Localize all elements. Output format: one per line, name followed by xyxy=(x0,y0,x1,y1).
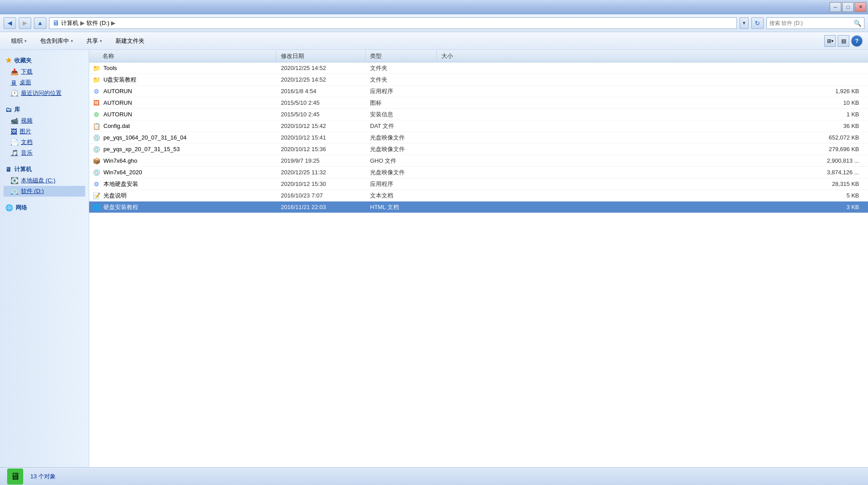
table-row[interactable]: 💿 pe_yqs_xp_20_07_31_15_53 2020/10/12 15… xyxy=(89,144,868,155)
breadcrumb-computer[interactable]: 计算机 xyxy=(61,19,78,27)
network-label: 网络 xyxy=(16,204,27,212)
sidebar-item-downloads[interactable]: 📥 下载 xyxy=(4,66,85,77)
file-size-cell: 652,072 KB xyxy=(437,134,868,141)
include-button[interactable]: 包含到库中 ▾ xyxy=(34,34,79,48)
computer-label: 计算机 xyxy=(14,165,32,173)
layout-button[interactable]: ▤ xyxy=(838,35,849,47)
sidebar-item-recent[interactable]: 🕐 最近访问的位置 xyxy=(4,88,85,99)
table-row[interactable]: 💿 pe_yqs_1064_20_07_31_16_04 2020/10/12 … xyxy=(89,132,868,144)
sidebar-group-computer[interactable]: 🖥 计算机 xyxy=(4,164,85,175)
video-label: 视频 xyxy=(21,117,33,125)
file-icon: 🖼 xyxy=(92,99,101,107)
file-name: AUTORUN xyxy=(103,99,132,106)
file-name: AUTORUN xyxy=(103,88,132,95)
table-row[interactable]: 📁 U盘安装教程 2020/12/25 14:52 文件夹 xyxy=(89,74,868,86)
file-date-cell: 2016/10/23 7:07 xyxy=(276,192,366,199)
close-button[interactable]: ✕ xyxy=(855,2,866,12)
file-size-cell: 1 KB xyxy=(437,111,868,118)
refresh-button[interactable]: ↻ xyxy=(751,17,764,29)
table-row[interactable]: 📦 Win7x64.gho 2019/9/7 19:25 GHO 文件 2,90… xyxy=(89,155,868,167)
sidebar-group-network[interactable]: 🌐 网络 xyxy=(4,202,85,214)
maximize-button[interactable]: □ xyxy=(842,2,854,12)
organize-button[interactable]: 组织 ▾ xyxy=(5,34,33,48)
file-date-cell: 2015/5/10 2:45 xyxy=(276,99,366,106)
sidebar-item-documents[interactable]: 📄 文档 xyxy=(4,137,85,148)
file-icon: ⚙ xyxy=(92,87,101,96)
documents-icon: 📄 xyxy=(11,139,18,146)
up-button[interactable]: ▲ xyxy=(34,17,46,29)
sidebar-item-pictures[interactable]: 🖼 图片 xyxy=(4,126,85,137)
file-icon: 💿 xyxy=(92,168,101,177)
minimize-button[interactable]: ─ xyxy=(830,2,841,12)
table-row[interactable]: 🌐 硬盘安装教程 2016/11/21 22:03 HTML 文档 3 KB xyxy=(89,201,868,213)
view-button[interactable]: ⊞ ▾ xyxy=(824,35,836,47)
file-name: pe_yqs_xp_20_07_31_15_53 xyxy=(103,146,180,152)
table-row[interactable]: 📁 Tools 2020/12/25 14:52 文件夹 xyxy=(89,62,868,74)
file-name-cell: ⚙ 本地硬盘安装 xyxy=(89,180,276,189)
file-name: 硬盘安装教程 xyxy=(103,203,138,211)
address-bar: ◀ ▶ ▲ 🖥 计算机 ▶ 软件 (D:) ▶ ▼ ↻ 🔍 xyxy=(0,14,868,32)
file-date-cell: 2015/5/10 2:45 xyxy=(276,111,366,118)
new-folder-button[interactable]: 新建文件夹 xyxy=(110,34,150,48)
file-icon: 📁 xyxy=(92,64,101,73)
forward-button[interactable]: ▶ xyxy=(19,17,31,29)
computer-icon: 🖥 xyxy=(5,166,12,173)
file-icon: 🌐 xyxy=(92,203,101,212)
file-list: 📁 Tools 2020/12/25 14:52 文件夹 📁 U盘安装教程 20… xyxy=(89,62,868,467)
sidebar-group-library[interactable]: 🗂 库 xyxy=(4,104,85,115)
file-size-cell: 36 KB xyxy=(437,123,868,129)
sidebar-group-favorites[interactable]: ★ 收藏夹 xyxy=(4,54,85,66)
sidebar-item-music[interactable]: 🎵 音乐 xyxy=(4,148,85,158)
file-icon: ⚙ xyxy=(92,180,101,189)
back-button[interactable]: ◀ xyxy=(4,17,16,29)
status-icon-image: 🖥 xyxy=(10,471,20,482)
table-row[interactable]: 📝 光盘说明 2016/10/23 7:07 文本文档 5 KB xyxy=(89,190,868,201)
file-name-cell: 📁 U盘安装教程 xyxy=(89,75,276,84)
file-date-cell: 2016/1/8 4:54 xyxy=(276,88,366,95)
music-icon: 🎵 xyxy=(11,149,18,156)
include-arrow: ▾ xyxy=(71,39,73,43)
column-type[interactable]: 类型 xyxy=(366,50,437,62)
desktop-icon: 🖥 xyxy=(11,79,17,86)
sidebar-item-desktop[interactable]: 🖥 桌面 xyxy=(4,77,85,88)
share-button[interactable]: 共享 ▾ xyxy=(81,34,108,48)
organize-arrow: ▾ xyxy=(25,39,27,43)
table-row[interactable]: ⚙ AUTORUN 2015/5/10 2:45 安装信息 1 KB xyxy=(89,109,868,120)
help-button[interactable]: ? xyxy=(851,35,863,47)
table-row[interactable]: 💿 Win7x64_2020 2020/12/25 11:32 光盘映像文件 3… xyxy=(89,167,868,178)
file-date-cell: 2019/9/7 19:25 xyxy=(276,157,366,164)
file-icon: 📁 xyxy=(92,75,101,84)
sidebar-section-computer: 🖥 计算机 💽 本地磁盘 (C:) 💿 软件 (D:) xyxy=(4,164,85,197)
sidebar-item-drive-d[interactable]: 💿 软件 (D:) xyxy=(4,186,85,197)
table-row[interactable]: 📋 Config.dat 2020/10/12 15:42 DAT 文件 36 … xyxy=(89,120,868,132)
breadcrumb[interactable]: 🖥 计算机 ▶ 软件 (D:) ▶ xyxy=(49,17,737,29)
sidebar-item-drive-c[interactable]: 💽 本地磁盘 (C:) xyxy=(4,175,85,186)
breadcrumb-separator: ▶ xyxy=(80,20,85,26)
column-size[interactable]: 大小 xyxy=(437,50,868,62)
file-type-cell: 文件夹 xyxy=(366,64,437,72)
table-row[interactable]: ⚙ 本地硬盘安装 2020/10/12 15:30 应用程序 28,315 KB xyxy=(89,178,868,190)
sidebar-item-video[interactable]: 📹 视频 xyxy=(4,115,85,126)
main-container: ★ 收藏夹 📥 下载 🖥 桌面 🕐 最近访问的位置 🗂 库 � xyxy=(0,50,868,467)
table-row[interactable]: ⚙ AUTORUN 2016/1/8 4:54 应用程序 1,926 KB xyxy=(89,86,868,97)
file-type-cell: 图标 xyxy=(366,99,437,107)
new-folder-label: 新建文件夹 xyxy=(115,37,144,45)
breadcrumb-separator2: ▶ xyxy=(111,20,115,26)
file-size-cell: 1,926 KB xyxy=(437,88,868,95)
computer-icon: 🖥 xyxy=(52,19,59,27)
network-icon: 🌐 xyxy=(5,204,13,211)
column-name[interactable]: 名称 xyxy=(89,50,276,62)
breadcrumb-drive[interactable]: 软件 (D:) xyxy=(86,19,109,27)
search-input[interactable] xyxy=(769,20,852,26)
file-name: 光盘说明 xyxy=(103,192,127,200)
sidebar-section-network: 🌐 网络 xyxy=(4,202,85,214)
file-name-cell: 📝 光盘说明 xyxy=(89,191,276,200)
file-icon: 📋 xyxy=(92,122,101,131)
column-date[interactable]: 修改日期 xyxy=(276,50,366,62)
share-label: 共享 xyxy=(86,37,98,45)
search-icon[interactable]: 🔍 xyxy=(854,20,861,27)
breadcrumb-dropdown[interactable]: ▼ xyxy=(740,17,749,29)
music-label: 音乐 xyxy=(21,149,33,157)
table-row[interactable]: 🖼 AUTORUN 2015/5/10 2:45 图标 10 KB xyxy=(89,97,868,109)
drive-d-label: 软件 (D:) xyxy=(21,187,44,195)
